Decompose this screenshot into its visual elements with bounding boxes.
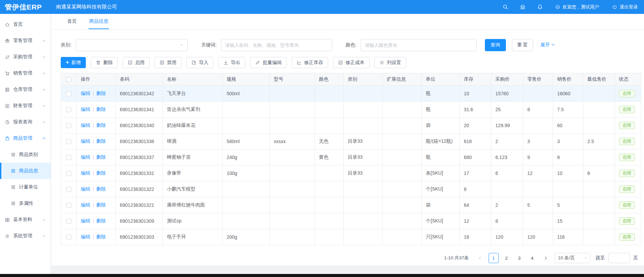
sidebar-subitem-measure-unit[interactable]: 计量单位 — [0, 179, 51, 195]
sidebar-item-basic-data[interactable]: 基本资料 — [0, 212, 51, 228]
row-checkbox[interactable] — [66, 123, 71, 128]
checkbox-cell — [61, 86, 77, 102]
cell-model — [270, 213, 315, 229]
tab-product-info[interactable]: 商品信息 — [89, 14, 109, 29]
row-checkbox[interactable] — [66, 203, 71, 208]
sidebar-subitem-product-info[interactable]: 商品信息 — [0, 163, 51, 179]
edit-link[interactable]: 编辑 — [81, 186, 90, 192]
disable-button[interactable]: 禁用 — [154, 57, 182, 68]
edit-link[interactable]: 编辑 — [81, 138, 90, 144]
keyword-input[interactable] — [221, 39, 332, 51]
chevron-down-icon — [43, 104, 45, 106]
page-button-1[interactable]: 1 — [489, 253, 499, 263]
logout-button[interactable]: 退出登录 — [612, 4, 638, 10]
sidebar-subitem-multi-attribute[interactable]: 多属性 — [0, 195, 51, 212]
sidebar-item-system[interactable]: 系统管理 — [0, 228, 51, 244]
sidebar-item-purchase[interactable]: 采购管理 — [0, 49, 51, 65]
page-size-select[interactable]: 10 条/页 — [554, 253, 590, 263]
import-button[interactable]: 导入 — [186, 57, 213, 68]
operation-cell: 编辑|删除 — [77, 118, 116, 134]
edit-link[interactable]: 编辑 — [81, 202, 90, 207]
edit-link[interactable]: 编辑 — [81, 234, 90, 239]
table-header: 操作条码名称规格型号颜色类别扩展信息单位库存采购价零售价销售价最低售价状态 — [61, 73, 641, 86]
fix-stock-button[interactable]: 修正库存 — [291, 57, 328, 68]
add-button[interactable]: +新增 — [61, 57, 86, 68]
search-button[interactable]: 查询 — [485, 39, 506, 51]
sidebar-item-products[interactable]: 商品管理 — [0, 130, 51, 146]
edit-link[interactable]: 编辑 — [81, 154, 90, 160]
column-settings-button[interactable]: 列设置 — [374, 57, 406, 68]
delete-link[interactable]: 删除 — [96, 138, 106, 144]
cell-color: 无色 — [315, 134, 344, 150]
edit-link[interactable]: 编辑 — [81, 170, 90, 176]
delete-link[interactable]: 删除 — [96, 170, 106, 176]
edit-link[interactable]: 编辑 — [81, 218, 90, 223]
cell-model — [270, 102, 315, 118]
page-button-4[interactable]: 4 — [527, 253, 537, 263]
tab-home[interactable]: 首页 — [67, 14, 77, 29]
welcome-user[interactable]: 欢迎您，测试用户 — [555, 4, 599, 10]
column-header-1: 条码 — [116, 73, 163, 86]
row-checkbox[interactable] — [66, 139, 71, 144]
edit-link[interactable]: 编辑 — [81, 122, 90, 128]
delete-link[interactable]: 删除 — [96, 218, 106, 223]
cell-sale — [553, 181, 583, 197]
chevron-down-icon — [43, 71, 45, 74]
color-input[interactable] — [361, 39, 477, 51]
sidebar-item-label: 商品管理 — [13, 135, 32, 141]
delete-link[interactable]: 删除 — [96, 91, 106, 96]
delete-link[interactable]: 删除 — [96, 154, 106, 160]
reset-button[interactable]: 重置 — [512, 39, 533, 51]
sidebar-item-finance[interactable]: 财务管理 — [0, 98, 51, 114]
toolbar-button-label: 导出 — [231, 60, 240, 66]
warehouse-icon — [5, 87, 10, 92]
page-button-3[interactable]: 3 — [514, 253, 525, 263]
row-checkbox[interactable] — [66, 187, 71, 192]
checkbox-cell — [61, 229, 77, 245]
table-row: 编辑|删除6901236301321康师傅红烧牛肉面袋64255启用 — [61, 197, 641, 213]
search-icon[interactable] — [503, 4, 508, 10]
row-checkbox[interactable] — [66, 235, 71, 240]
select-all-checkbox[interactable] — [66, 77, 71, 82]
row-checkbox[interactable] — [66, 171, 71, 176]
cell-status: 启用 — [615, 102, 641, 118]
cell-stock: 64 — [460, 197, 491, 213]
jump-input[interactable] — [608, 253, 630, 263]
check-square-icon — [128, 60, 133, 65]
row-checkbox[interactable] — [66, 219, 71, 224]
batch-edit-button[interactable]: 批量编辑 — [250, 57, 287, 68]
bank-icon[interactable] — [520, 4, 526, 10]
bell-icon[interactable] — [537, 4, 543, 10]
row-checkbox[interactable] — [66, 91, 71, 96]
cell-name: 电子手环 — [163, 229, 223, 245]
sidebar-subitem-product-category[interactable]: 商品类别 — [0, 146, 51, 163]
delete-button[interactable]: 删除 — [91, 57, 118, 68]
prev-page-button[interactable] — [476, 253, 486, 263]
edit-link[interactable]: 编辑 — [81, 106, 90, 112]
sidebar-item-home[interactable]: 首页 — [0, 16, 51, 33]
edit-link[interactable]: 编辑 — [81, 91, 90, 96]
sidebar-item-sales[interactable]: 销售管理 — [0, 65, 51, 81]
export-button[interactable]: 导出 — [218, 57, 245, 68]
expand-link[interactable]: 展开 — [541, 42, 554, 48]
delete-link[interactable]: 删除 — [96, 186, 106, 192]
operation-cell: 编辑|删除 — [77, 181, 116, 197]
next-page-button[interactable] — [540, 253, 550, 263]
category-select[interactable] — [76, 39, 188, 51]
delete-link[interactable]: 删除 — [96, 122, 106, 128]
row-checkbox[interactable] — [66, 107, 71, 112]
taskbar-strip — [0, 274, 644, 277]
sidebar-item-warehouse[interactable]: 仓库管理 — [0, 81, 51, 98]
enable-button[interactable]: 启用 — [122, 57, 150, 68]
delete-link[interactable]: 删除 — [96, 106, 106, 112]
delete-link[interactable]: 删除 — [96, 234, 106, 239]
sidebar-item-reports[interactable]: 报表查询 — [0, 114, 51, 130]
row-checkbox[interactable] — [66, 155, 71, 160]
sidebar-item-retail[interactable]: 零售管理 — [0, 33, 51, 49]
page-button-2[interactable]: 2 — [501, 253, 512, 263]
cell-sale: 5 — [553, 197, 583, 213]
checkbox-cell — [61, 150, 77, 165]
delete-link[interactable]: 删除 — [96, 202, 106, 207]
cell-category — [344, 213, 383, 229]
fix-cost-button[interactable]: 修正成本 — [333, 57, 370, 68]
